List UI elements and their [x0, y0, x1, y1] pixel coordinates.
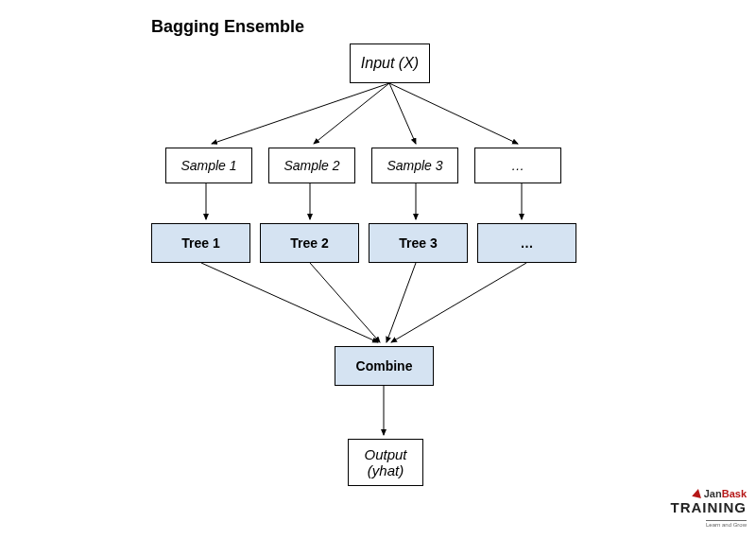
svg-line-11	[391, 263, 526, 342]
node-sample-3: Sample 3	[371, 148, 458, 183]
node-tree-3: Tree 3	[369, 223, 468, 263]
node-sample-1: Sample 1	[165, 148, 252, 183]
node-output-line2: (yhat)	[368, 462, 404, 478]
svg-line-9	[310, 263, 380, 342]
node-input: Input (X)	[350, 43, 430, 83]
diagram-title: Bagging Ensemble	[151, 17, 304, 37]
node-sample-more: …	[474, 148, 561, 183]
svg-line-2	[389, 83, 416, 144]
node-tree-1: Tree 1	[151, 223, 250, 263]
logo-text-training: TRAINING	[671, 500, 747, 514]
brand-logo: JanBask TRAINING Learn and Grow	[671, 485, 747, 530]
node-output: Output (yhat)	[348, 439, 423, 486]
node-output-line1: Output	[364, 446, 406, 462]
node-tree-2: Tree 2	[260, 223, 359, 263]
svg-line-8	[201, 263, 378, 342]
node-tree-more: …	[477, 223, 576, 263]
logo-text-jan: Jan	[704, 488, 722, 499]
svg-line-0	[212, 83, 389, 144]
svg-line-1	[314, 83, 389, 144]
node-sample-2: Sample 2	[268, 148, 355, 183]
logo-text-bask: Bask	[722, 488, 747, 499]
logo-mark-icon	[692, 488, 703, 498]
node-combine: Combine	[335, 346, 434, 386]
logo-tagline: Learn and Grow	[706, 520, 747, 528]
svg-line-3	[389, 83, 518, 144]
svg-line-10	[387, 263, 416, 342]
